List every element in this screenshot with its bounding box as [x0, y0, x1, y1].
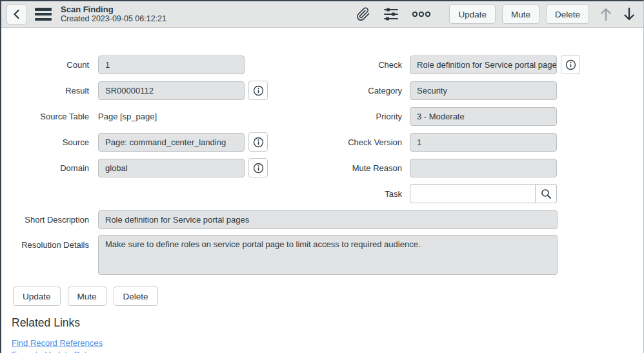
- check-value-field: Role definition for Service portal pages: [410, 55, 557, 74]
- check-version-value-field: 1: [410, 133, 557, 152]
- field-mute-reason: Mute Reason: [324, 155, 643, 181]
- previous-record-button[interactable]: [599, 7, 612, 21]
- category-label: Category: [324, 86, 402, 96]
- header-mute-button[interactable]: Mute: [502, 5, 539, 24]
- record-title-block: Scan Finding Created 2023-09-05 06:12:21: [61, 5, 166, 24]
- resolution-details-label: Resolution Details: [1, 235, 89, 250]
- domain-label: Domain: [1, 163, 89, 173]
- field-task: Task: [324, 181, 643, 207]
- mute-reason-label: Mute Reason: [324, 163, 402, 173]
- back-chevron-icon: [12, 9, 21, 19]
- created-timestamp: Created 2023-09-05 06:12:21: [61, 14, 166, 24]
- link-force-to-update-set[interactable]: Force to Update Set: [12, 349, 643, 353]
- count-value-field: 1: [98, 55, 245, 74]
- form-header: Scan Finding Created 2023-09-05 06:12:21: [1, 1, 643, 28]
- arrow-up-icon: [599, 7, 612, 21]
- field-result: Result SR00000112: [1, 77, 324, 103]
- next-record-button[interactable]: [623, 7, 636, 21]
- count-label: Count: [1, 60, 89, 70]
- task-input[interactable]: [410, 184, 536, 203]
- arrow-down-icon: [623, 7, 636, 21]
- field-check: Check Role definition for Service portal…: [324, 52, 643, 77]
- task-lookup-group: [410, 184, 557, 203]
- result-info-button[interactable]: [248, 81, 268, 100]
- field-short-description: Short Description Role definition for Se…: [1, 207, 643, 232]
- footer-delete-button[interactable]: Delete: [114, 287, 158, 306]
- form-column-left: Count 1 Result SR00000112 Source Table P…: [1, 52, 324, 207]
- personalize-form-button[interactable]: [382, 5, 400, 23]
- field-resolution-details: Resolution Details Make sure to define r…: [1, 235, 643, 275]
- footer-mute-button[interactable]: Mute: [68, 287, 106, 306]
- page-title: Scan Finding: [61, 5, 166, 14]
- attachment-button[interactable]: [355, 5, 372, 23]
- info-icon: [253, 137, 264, 148]
- form-body: Count 1 Result SR00000112 Source Table P…: [1, 28, 643, 353]
- short-description-value-field: Role definition for Service portal pages: [98, 210, 558, 229]
- footer-button-row: Update Mute Delete: [13, 287, 643, 306]
- source-label: Source: [1, 137, 89, 147]
- check-label: Check: [324, 60, 402, 70]
- field-count: Count 1: [1, 52, 324, 77]
- category-value-field: Security: [410, 81, 557, 100]
- link-find-record-references[interactable]: Find Record References: [12, 338, 643, 349]
- filter-sliders-icon: [383, 6, 399, 22]
- back-button[interactable]: [6, 5, 27, 25]
- scan-finding-form-window: Scan Finding Created 2023-09-05 06:12:21: [0, 0, 644, 353]
- priority-value-field: 3 - Moderate: [410, 107, 557, 126]
- header-update-button[interactable]: Update: [449, 5, 496, 24]
- field-source-table: Source Table Page [sp_page]: [1, 103, 324, 129]
- header-toolbar: Update Mute Delete: [355, 5, 636, 24]
- more-options-button[interactable]: [410, 10, 432, 19]
- field-priority: Priority 3 - Moderate: [324, 103, 643, 129]
- info-icon: [253, 85, 264, 96]
- form-column-right: Check Role definition for Service portal…: [324, 52, 643, 207]
- related-links-heading: Related Links: [12, 316, 643, 330]
- related-links-section: Related Links Find Record References For…: [12, 316, 643, 353]
- short-description-label: Short Description: [1, 215, 89, 225]
- result-value-field: SR00000112: [98, 81, 245, 100]
- result-label: Result: [1, 86, 89, 96]
- task-label: Task: [324, 189, 402, 199]
- source-table-label: Source Table: [1, 112, 89, 121]
- info-icon: [565, 59, 576, 70]
- check-version-label: Check Version: [324, 137, 402, 147]
- field-domain: Domain global: [1, 155, 324, 181]
- domain-value-field: global: [98, 159, 245, 177]
- additional-actions-menu-icon[interactable]: [35, 8, 52, 21]
- priority-label: Priority: [324, 112, 402, 121]
- field-category: Category Security: [324, 77, 643, 103]
- search-icon: [541, 188, 552, 199]
- mute-reason-value-field: [410, 159, 557, 177]
- source-table-value: Page [sp_page]: [98, 112, 157, 121]
- header-delete-button[interactable]: Delete: [546, 5, 589, 24]
- resolution-details-textarea: Make sure to define roles on service por…: [98, 235, 558, 275]
- field-source: Source Page: command_center_landing: [1, 129, 324, 155]
- info-icon: [253, 163, 264, 174]
- source-info-button[interactable]: [248, 132, 268, 152]
- field-check-version: Check Version 1: [324, 129, 643, 155]
- paperclip-icon: [356, 6, 370, 22]
- source-value-field: Page: command_center_landing: [98, 133, 245, 152]
- domain-info-button[interactable]: [248, 158, 268, 177]
- footer-update-button[interactable]: Update: [13, 287, 61, 306]
- check-info-button[interactable]: [561, 55, 580, 74]
- task-lookup-button[interactable]: [536, 184, 557, 203]
- more-options-icon: [412, 11, 431, 17]
